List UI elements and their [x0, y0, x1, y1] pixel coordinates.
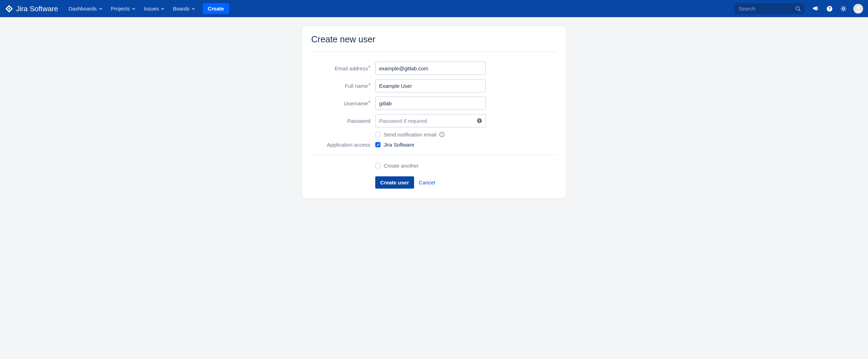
chevron-down-icon	[161, 7, 164, 10]
fullname-label: Full name*	[311, 83, 375, 89]
page-title: Create new user	[311, 34, 557, 44]
nav-issues[interactable]: Issues	[140, 3, 168, 14]
svg-point-5	[857, 6, 860, 9]
svg-point-0	[796, 7, 799, 10]
user-avatar[interactable]	[853, 4, 863, 14]
feedback-icon[interactable]	[809, 2, 822, 15]
jira-logo-icon	[5, 5, 13, 13]
jira-software-checkbox[interactable]	[375, 142, 380, 147]
cancel-button[interactable]: Cancel	[419, 180, 435, 185]
nav-boards[interactable]: Boards	[169, 3, 199, 14]
app-access-label: Application access	[311, 142, 375, 148]
chevron-down-icon	[99, 7, 102, 10]
fullname-field[interactable]	[375, 79, 486, 92]
help-icon[interactable]: ?	[823, 2, 836, 15]
chevron-down-icon	[132, 7, 135, 10]
create-another-checkbox[interactable]	[375, 163, 380, 168]
brand-logo[interactable]: Jira Software	[5, 5, 64, 13]
create-button[interactable]: Create	[203, 3, 229, 14]
search-input[interactable]	[734, 3, 804, 14]
brand-name: Jira Software	[16, 5, 58, 13]
svg-text:?: ?	[828, 6, 831, 11]
svg-text:i: i	[479, 119, 480, 123]
svg-point-4	[842, 8, 845, 10]
nav-dashboards[interactable]: Dashboards	[65, 3, 106, 14]
jira-software-option: Jira Software	[384, 142, 414, 148]
svg-text:i: i	[441, 133, 442, 136]
username-field[interactable]	[375, 97, 486, 110]
send-notification-checkbox[interactable]	[375, 132, 380, 137]
chevron-down-icon	[192, 7, 195, 10]
create-user-panel: Create new user Email address* Full name…	[302, 26, 566, 199]
svg-line-1	[799, 10, 801, 11]
topbar: Jira Software Dashboards Projects Issues…	[0, 0, 868, 17]
info-icon[interactable]: i	[439, 132, 444, 137]
email-label: Email address*	[311, 65, 375, 71]
password-label: Password	[311, 118, 375, 124]
create-another-label: Create another	[384, 163, 419, 169]
info-icon[interactable]: i	[477, 118, 482, 124]
nav-projects[interactable]: Projects	[107, 3, 139, 14]
email-field[interactable]	[375, 62, 486, 75]
search-icon	[795, 6, 801, 12]
send-notification-label: Send notification email	[384, 132, 436, 138]
settings-icon[interactable]	[837, 2, 850, 15]
username-label: Username*	[311, 100, 375, 106]
create-user-button[interactable]: Create user	[375, 176, 414, 189]
password-field[interactable]	[375, 114, 486, 127]
